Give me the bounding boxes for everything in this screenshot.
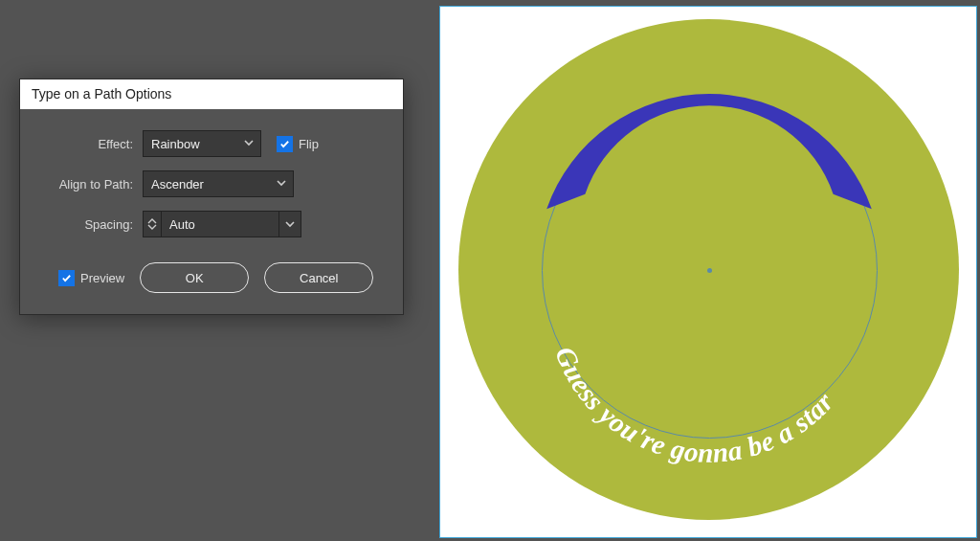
stepper-arrows-icon[interactable]	[144, 212, 162, 237]
chevron-down-icon[interactable]	[278, 212, 301, 237]
spacing-input[interactable]: Auto	[143, 211, 301, 237]
preview-checkbox[interactable]: Preview	[58, 270, 124, 286]
checkbox-checked-icon	[58, 270, 75, 286]
effect-label: Effect:	[30, 137, 133, 151]
chevron-down-icon	[276, 177, 287, 189]
flip-label: Flip	[299, 137, 319, 151]
checkbox-checked-icon	[277, 136, 293, 152]
ok-button[interactable]: OK	[140, 262, 249, 293]
effect-value: Rainbow	[151, 137, 200, 151]
dialog-title: Type on a Path Options	[20, 79, 403, 109]
path-text[interactable]: Guess you're gonna be a star	[549, 342, 839, 467]
dialog-body: Effect: Rainbow Flip Align to Path: Asce…	[20, 109, 403, 314]
artboard: Guess you're gonna be a star	[439, 6, 977, 538]
spacing-label: Spacing:	[30, 217, 133, 232]
type-on-path-options-dialog: Type on a Path Options Effect: Rainbow F…	[19, 79, 404, 315]
align-select[interactable]: Ascender	[143, 170, 294, 197]
spacing-value: Auto	[162, 217, 278, 232]
cancel-button[interactable]: Cancel	[264, 262, 373, 293]
align-value: Ascender	[151, 177, 204, 192]
preview-label: Preview	[80, 271, 124, 285]
path-text-content: Guess you're gonna be a star	[549, 342, 839, 467]
align-label: Align to Path:	[30, 177, 133, 192]
type-on-path-artwork: Guess you're gonna be a star	[440, 7, 976, 537]
effect-select[interactable]: Rainbow	[143, 130, 261, 157]
text-highlight-arc	[546, 94, 872, 209]
chevron-down-icon	[243, 137, 255, 148]
flip-checkbox[interactable]: Flip	[277, 136, 319, 152]
